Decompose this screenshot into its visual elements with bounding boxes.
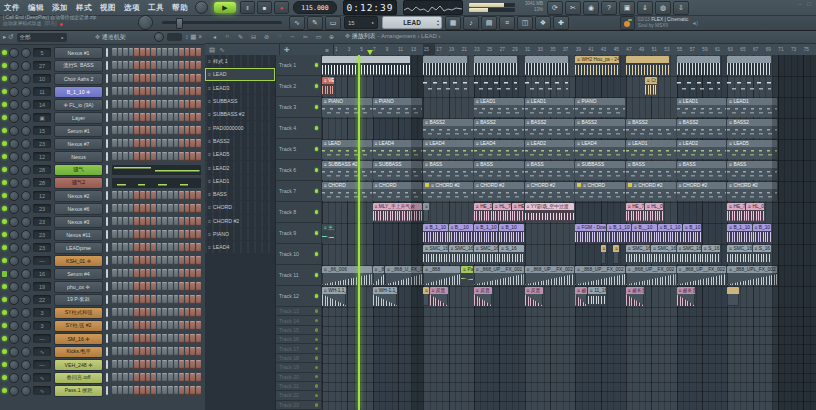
step-cell[interactable]: [129, 347, 134, 356]
step-cell[interactable]: [185, 191, 190, 200]
step-cell[interactable]: [190, 87, 195, 96]
snap-magnet-icon[interactable]: ∩: [222, 33, 233, 40]
step-cell[interactable]: [196, 204, 201, 213]
step-cell[interactable]: [123, 347, 128, 356]
volume-knob[interactable]: [21, 165, 31, 175]
clip[interactable]: ≡ LEAD1: [474, 98, 524, 117]
clip[interactable]: ≡ CHORD: [373, 182, 423, 201]
step-cell[interactable]: [190, 230, 195, 239]
channel-led[interactable]: [2, 258, 7, 263]
step-cell[interactable]: [157, 347, 162, 356]
step-cell[interactable]: [168, 386, 173, 395]
mixer-track-number[interactable]: 23: [33, 217, 51, 226]
step-cell[interactable]: [129, 282, 134, 291]
piano-icon[interactable]: ▤: [209, 46, 215, 54]
clip[interactable]: ≡ LEAD4: [423, 140, 473, 159]
step-cell[interactable]: [123, 152, 128, 161]
export-icon[interactable]: ⇓: [637, 1, 653, 15]
clip[interactable]: ≡ BASS: [474, 161, 524, 180]
mixer-track-number[interactable]: 11: [33, 87, 51, 96]
step-cell[interactable]: [112, 126, 117, 135]
clip[interactable]: [423, 77, 466, 96]
pan-knob[interactable]: [9, 126, 19, 136]
step-cell[interactable]: [157, 74, 162, 83]
menu-item-工具[interactable]: 工具: [144, 3, 168, 13]
pattern-item[interactable]: ≡PIANO: [205, 228, 275, 240]
channel-led[interactable]: [2, 154, 7, 159]
track-led[interactable]: [315, 189, 319, 193]
step-cell[interactable]: [151, 126, 156, 135]
pattern-item[interactable]: ≡LEAD2: [205, 161, 275, 173]
step-cell[interactable]: [118, 48, 123, 57]
step-cell[interactable]: [196, 217, 201, 226]
step-cell[interactable]: [162, 139, 167, 148]
clip[interactable]: ≡ LEAD4: [575, 140, 625, 159]
step-cell[interactable]: [196, 334, 201, 343]
paint-tool-icon[interactable]: ⊟: [248, 33, 259, 40]
menu-item-帮助[interactable]: 帮助: [168, 3, 192, 13]
step-cell[interactable]: [134, 321, 139, 330]
step-cell[interactable]: [179, 74, 184, 83]
volume-knob[interactable]: [21, 113, 31, 123]
step-cell[interactable]: [140, 113, 145, 122]
clip[interactable]: ≡ BASS: [423, 161, 473, 180]
playlist-icon[interactable]: ▦: [445, 16, 461, 30]
channel-led[interactable]: [2, 375, 7, 380]
clip[interactable]: ≡ BASS2: [677, 119, 727, 138]
step-cell[interactable]: [196, 269, 201, 278]
clip[interactable]: ≡ PIANO: [575, 98, 625, 117]
step-cell[interactable]: [129, 48, 134, 57]
step-cell[interactable]: [162, 269, 167, 278]
step-cell[interactable]: [140, 139, 145, 148]
channel-name-button[interactable]: Serum #4: [54, 268, 103, 280]
step-cell[interactable]: [196, 100, 201, 109]
step-cell[interactable]: [196, 282, 201, 291]
step-cell[interactable]: [157, 113, 162, 122]
step-cell[interactable]: [112, 48, 117, 57]
volume-knob[interactable]: [21, 334, 31, 344]
step-cell[interactable]: [129, 191, 134, 200]
step-cell[interactable]: [179, 191, 184, 200]
track-header[interactable]: Track 15: [276, 326, 321, 335]
step-cell[interactable]: [185, 48, 190, 57]
step-cell[interactable]: [151, 321, 156, 330]
step-cell[interactable]: [185, 217, 190, 226]
step-cell[interactable]: [185, 126, 190, 135]
pan-knob[interactable]: [9, 334, 19, 344]
volume-knob[interactable]: [21, 87, 31, 97]
step-cell[interactable]: [179, 217, 184, 226]
clip[interactable]: ≡ BASS2: [423, 119, 473, 138]
step-cell[interactable]: [157, 100, 162, 109]
clip[interactable]: ≡ BASS2: [575, 119, 625, 138]
pan-knob[interactable]: [9, 87, 19, 97]
slip-tool-icon[interactable]: ↔: [287, 33, 298, 40]
step-cell[interactable]: [134, 87, 139, 96]
step-cell[interactable]: [185, 373, 190, 382]
channel-led[interactable]: [2, 349, 7, 354]
clip[interactable]: ≡ CHORD: [322, 182, 372, 201]
step-cell[interactable]: [185, 347, 190, 356]
step-cell[interactable]: [196, 126, 201, 135]
step-cell[interactable]: [185, 61, 190, 70]
clip[interactable]: ≡ BASS: [626, 161, 676, 180]
step-cell[interactable]: [123, 48, 128, 57]
mixer-track-number[interactable]: 12: [33, 191, 51, 200]
channel-led[interactable]: [2, 388, 7, 393]
clip[interactable]: [474, 77, 517, 96]
pattern-item[interactable]: ≡LEAD4: [205, 241, 275, 253]
track-header[interactable]: Track 12: [276, 286, 321, 307]
channel-led[interactable]: [2, 115, 7, 120]
volume-knob[interactable]: [21, 347, 31, 357]
playlist-track-row[interactable]: ≡ SUBBASS #2≡ SUBBASS≡ BASS≡ BASS≡ BASS≡…: [322, 160, 816, 182]
clip[interactable]: ≡ HL_09: [746, 203, 764, 222]
clip[interactable]: ≡ CHORD #2: [525, 182, 575, 201]
channel-name-button[interactable]: ✛ FL_io (9A): [54, 99, 103, 111]
clip[interactable]: ≡ B__10: [632, 224, 656, 243]
volume-knob[interactable]: [21, 386, 31, 396]
step-cell[interactable]: [140, 204, 145, 213]
mute-tool-icon[interactable]: ◌: [274, 33, 285, 40]
mixer-track-number[interactable]: 28: [33, 165, 51, 174]
step-cell[interactable]: [123, 217, 128, 226]
pan-knob[interactable]: [9, 321, 19, 331]
step-cell[interactable]: [123, 243, 128, 252]
